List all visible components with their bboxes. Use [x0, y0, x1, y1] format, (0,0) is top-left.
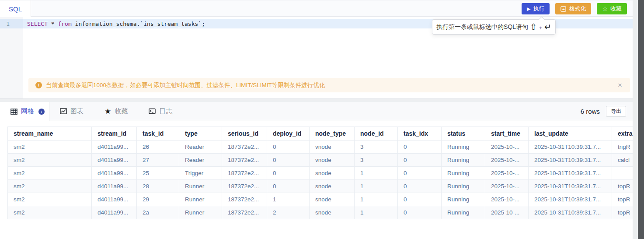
table-header-row: stream_namestream_idtask_idtypeserious_i… — [8, 127, 633, 141]
table-cell: 0 — [398, 167, 442, 180]
export-button[interactable]: 导出 — [606, 106, 626, 117]
column-header: extra — [612, 127, 633, 141]
table-cell: sm2 — [8, 206, 92, 219]
table-cell: Running — [442, 141, 485, 154]
column-header: deploy_id — [267, 127, 310, 141]
table-cell: 0 — [398, 206, 442, 219]
format-button[interactable]: 格式化 — [555, 3, 591, 14]
table-grid-icon — [10, 108, 17, 115]
star-solid-icon: ★ — [104, 108, 111, 115]
warning-text: 当前查询最多返回1000条数据，如必要可添加主键时间范围、过滤条件、LIMIT/… — [46, 81, 325, 89]
table-cell: 2025-10-31T10:39:31.7... — [529, 141, 612, 154]
table-cell: sm2 — [8, 154, 92, 167]
table-cell: 2025-10-... — [485, 206, 529, 219]
column-header: last_update — [529, 127, 612, 141]
table-cell: 0 — [267, 167, 310, 180]
results-tabstrip: 网格 i 图表 ★ 收藏 — [0, 102, 633, 120]
tab-log[interactable]: 日志 — [138, 102, 183, 120]
plus-sign: + — [539, 25, 542, 31]
column-header: serious_id — [222, 127, 267, 141]
column-header: start_time — [485, 127, 529, 141]
column-header: stream_id — [92, 127, 137, 141]
tab-sql-label: SQL — [9, 5, 22, 13]
table-cell: 0 — [267, 141, 310, 154]
tab-favorites-label: 收藏 — [115, 107, 128, 116]
table-cell: 2 — [267, 206, 310, 219]
banner-close-icon[interactable]: × — [618, 81, 622, 89]
sql-console-window: SQL ▶ 执行 格式化 ☆ 收藏 1 SEL — [0, 0, 644, 239]
table-cell: 2025-10-31T10:39:31.7... — [529, 206, 612, 219]
query-limit-warning-banner: ! 当前查询最多返回1000条数据，如必要可添加主键时间范围、过滤条件、LIMI… — [28, 78, 630, 92]
column-header: node_id — [355, 127, 398, 141]
table-cell: Reader — [179, 154, 222, 167]
tab-favorites[interactable]: ★ 收藏 — [94, 102, 138, 120]
table-row[interactable]: sm2d4011a99...26Reader187372e2...0vnode3… — [8, 141, 633, 154]
table-cell: 187372e2... — [222, 193, 267, 206]
table-row[interactable]: sm2d4011a99...25Trigger187372e2...0snode… — [8, 167, 633, 180]
table-cell: 2025-10-... — [485, 154, 529, 167]
table-cell: 26 — [137, 141, 179, 154]
table-cell: 1 — [355, 180, 398, 193]
table-cell: d4011a99... — [92, 193, 137, 206]
results-panel: 网格 i 图表 ★ 收藏 — [0, 102, 633, 239]
table-cell: 1 — [355, 167, 398, 180]
right-gutter — [633, 0, 638, 239]
table-cell: 0 — [398, 154, 442, 167]
table-cell: snode — [310, 180, 355, 193]
table-cell: 1 — [355, 206, 398, 219]
table-cell: 0 — [398, 141, 442, 154]
table-cell: 2025-10-... — [485, 193, 529, 206]
tab-chart[interactable]: 图表 — [49, 102, 94, 120]
terminal-icon — [149, 108, 156, 115]
row-count: 6 rows — [581, 108, 600, 115]
editor-tabstrip: SQL ▶ 执行 格式化 ☆ 收藏 — [0, 0, 633, 17]
table-cell: d4011a99... — [92, 154, 137, 167]
table-cell: snode — [310, 193, 355, 206]
table-cell: topR — [612, 180, 633, 193]
info-icon: i — [38, 109, 45, 115]
table-row[interactable]: sm2d4011a99...28Runner187372e2...0snode1… — [8, 180, 633, 193]
table-cell: Runner — [179, 193, 222, 206]
table-cell: d4011a99... — [92, 206, 137, 219]
table-cell: sm2 — [8, 193, 92, 206]
panel-divider — [0, 98, 633, 102]
table-cell: 0 — [267, 154, 310, 167]
format-button-label: 格式化 — [569, 5, 586, 13]
table-row[interactable]: sm2d4011a99...2aRunner187372e2...2snode1… — [8, 206, 633, 219]
column-header: task_idx — [398, 127, 442, 141]
table-cell: snode — [310, 206, 355, 219]
table-cell: snode — [310, 167, 355, 180]
table-cell: 0 — [398, 193, 442, 206]
table-row[interactable]: sm2d4011a99...27Reader187372e2...0vnode3… — [8, 154, 633, 167]
table-cell: vnode — [310, 154, 355, 167]
table-cell: 2025-10-31T10:39:31.7... — [529, 180, 612, 193]
favorite-button[interactable]: ☆ 收藏 — [597, 3, 627, 14]
column-header: node_type — [310, 127, 355, 141]
tab-sql[interactable]: SQL — [0, 0, 31, 17]
line-chart-icon — [60, 108, 67, 115]
tooltip-text: 执行第一条或鼠标选中的SQL语句 — [436, 23, 528, 31]
run-button[interactable]: ▶ 执行 — [522, 3, 550, 14]
table-cell: sm2 — [8, 141, 92, 154]
column-header: task_id — [137, 127, 179, 141]
table-cell: 3 — [355, 154, 398, 167]
column-header: status — [442, 127, 485, 141]
table-cell: 29 — [137, 193, 179, 206]
table-cell: 1 — [267, 193, 310, 206]
shift-key-icon: ⇧ — [530, 22, 537, 32]
table-row[interactable]: sm2d4011a99...29Runner187372e2...1snode1… — [8, 193, 633, 206]
table-cell: 2025-10-31T10:39:31.7... — [529, 193, 612, 206]
table-cell: 187372e2... — [222, 167, 267, 180]
table-cell: Runner — [179, 206, 222, 219]
table-cell: Trigger — [179, 167, 222, 180]
window-edge-bar[interactable] — [638, 0, 644, 239]
table-cell: 3 — [355, 141, 398, 154]
table-cell: 2025-10-31T10:39:31.7... — [529, 154, 612, 167]
run-button-label: 执行 — [533, 5, 544, 13]
tab-grid[interactable]: 网格 i — [0, 102, 49, 121]
table-cell: calcl — [612, 154, 633, 167]
run-shortcut-tooltip: 执行第一条或鼠标选中的SQL语句 ⇧ + ↵ — [432, 19, 556, 35]
table-cell: 2025-10-31T10:39:31.7... — [529, 167, 612, 180]
table-cell: Runner — [179, 180, 222, 193]
result-grid-wrapper[interactable]: stream_namestream_idtask_idtypeserious_i… — [7, 127, 633, 221]
